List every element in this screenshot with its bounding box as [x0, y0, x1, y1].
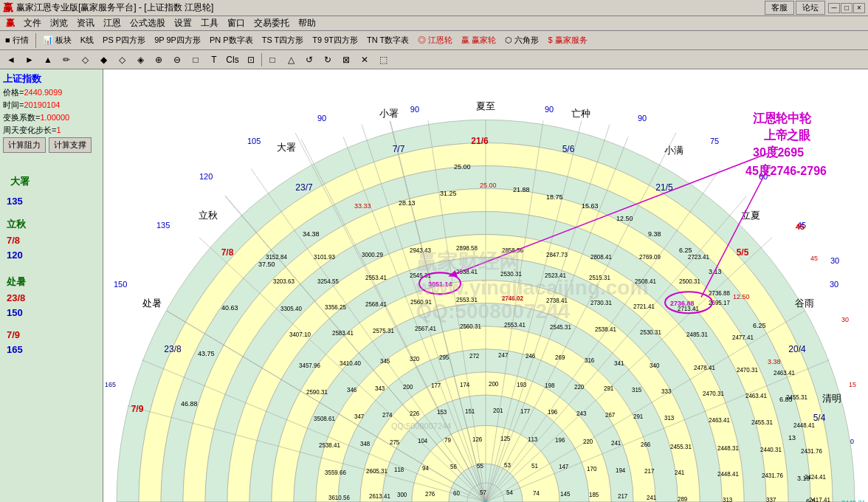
v-3000: 3000.29	[362, 252, 383, 258]
menu-tools[interactable]: 工具	[196, 16, 223, 31]
tool-select[interactable]: ⬚	[375, 52, 391, 68]
tool-diamond1[interactable]: ◇	[77, 52, 93, 68]
v-2736: 2736.88	[709, 290, 730, 297]
menu-trade[interactable]: 交易委托	[249, 16, 294, 31]
v-104: 104	[418, 438, 428, 444]
v-2478: 2478.41	[694, 365, 715, 371]
menu-file[interactable]: 文件	[19, 16, 46, 31]
gann-wheel-svg: 夏至 亡种 小满 立夏 谷雨 清明 春分 小署 大署 立秋 处暑 21/6	[103, 69, 868, 502]
tool-zoom-in[interactable]: ⊕	[151, 52, 167, 68]
v-347: 347	[354, 413, 365, 420]
v-2470b: 2470.31	[703, 391, 724, 397]
v-247: 247	[498, 352, 509, 359]
menu-window[interactable]: 窗口	[223, 16, 249, 31]
btn-tn-table[interactable]: TN T数字表	[363, 32, 413, 48]
forum-btn[interactable]: 论坛	[796, 1, 825, 15]
customer-service-btn[interactable]: 客服	[765, 1, 794, 15]
btn-hexagon[interactable]: ⬡ 六角形	[501, 32, 542, 48]
maximize-btn[interactable]: □	[841, 3, 852, 13]
menu-gann[interactable]: 江恩	[99, 16, 125, 31]
v-2463b: 2463.41	[745, 393, 767, 399]
btn-sector[interactable]: 📊 板块	[39, 32, 75, 48]
tool-x[interactable]: ✕	[356, 52, 373, 68]
deg-105-left: 105	[247, 137, 261, 145]
v-313: 313	[664, 415, 675, 422]
close-btn[interactable]: ×	[853, 3, 865, 13]
menu-browse[interactable]: 浏览	[46, 16, 72, 31]
btn-9p-square[interactable]: 9P 9P四方形	[151, 32, 204, 48]
btn-win-wheel[interactable]: 赢 赢家轮	[458, 32, 500, 48]
btn-kline[interactable]: K线	[77, 32, 97, 48]
v-3407: 3407.10	[289, 331, 311, 338]
v-241b: 241	[675, 470, 685, 476]
v-2477: 2477.41	[732, 334, 754, 341]
angle-120: 120	[7, 250, 100, 261]
tool-cls[interactable]: Cls	[224, 52, 241, 68]
tool-undo[interactable]: ↺	[301, 52, 317, 68]
v-315: 315	[632, 387, 642, 393]
v-3559: 3559.66	[325, 470, 346, 476]
anno-title3: 30度2695	[753, 145, 804, 159]
tool-diamond3[interactable]: ◇	[114, 52, 130, 68]
tool-square[interactable]: □	[264, 52, 280, 68]
v-246: 246	[526, 353, 536, 360]
app-icon: 赢	[3, 1, 13, 15]
val-2746-circle: 2736.88	[670, 300, 695, 307]
tool-up[interactable]: ▲	[40, 52, 56, 68]
v-2470: 2470.31	[737, 367, 758, 374]
deg-75-right: 75	[710, 137, 719, 145]
arc-13: 13	[788, 434, 796, 441]
menu-help[interactable]: 帮助	[294, 16, 320, 31]
minimize-btn[interactable]: ─	[828, 3, 840, 13]
menu-info[interactable]: 资讯	[72, 16, 99, 31]
calc-support-btn[interactable]: 计算支撑	[49, 137, 92, 153]
v-2605: 2605.31	[366, 468, 388, 475]
toolbar: ■ 行情 📊 板块 K线 PS P四方形 9P 9P四方形 PN P数字表 TS…	[0, 31, 868, 50]
anno-title1: 江恩轮中轮	[753, 111, 812, 125]
tool-redo[interactable]: ↻	[320, 52, 336, 68]
arc-6-25: 6.25	[753, 322, 766, 329]
date-5-6: 5/6	[562, 144, 575, 154]
calc-resistance-btn[interactable]: 计算阻力	[3, 137, 46, 153]
v-200b: 200	[489, 381, 499, 388]
label-chushu-chart: 处暑	[142, 298, 162, 309]
v-266: 266	[641, 441, 651, 448]
tool-triangle[interactable]: △	[283, 52, 299, 68]
tool-pen[interactable]: ✏	[58, 52, 75, 68]
tool-next[interactable]: ►	[21, 52, 38, 68]
v-2455b: 2455.31	[751, 419, 773, 426]
arc-46: 46.88	[181, 399, 198, 407]
tool-prev[interactable]: ◄	[3, 52, 19, 68]
tool-diamond2[interactable]: ◆	[95, 52, 111, 68]
v-226: 226	[410, 410, 420, 417]
btn-t9-square[interactable]: T9 9T四方形	[309, 32, 362, 48]
tool-rect[interactable]: □	[187, 52, 204, 68]
tool-zoom-out[interactable]: ⊖	[169, 52, 185, 68]
menu-settings[interactable]: 设置	[170, 16, 196, 31]
date-5-4: 5/4	[813, 413, 826, 423]
btn-ps-square[interactable]: PS P四方形	[99, 32, 149, 48]
btn-quotes[interactable]: ■ 行情	[1, 32, 32, 48]
tool-text[interactable]: T	[206, 52, 222, 68]
menu-formula[interactable]: 公式选股	[125, 16, 170, 31]
btn-gann-wheel[interactable]: ◎ 江恩轮	[414, 32, 456, 48]
label-dashu: 大署	[10, 175, 100, 188]
v-2523: 2523.41	[545, 272, 566, 278]
menu-win[interactable]: 赢	[1, 16, 19, 31]
v-291: 291	[633, 413, 644, 420]
v-2613: 2613.41	[369, 493, 390, 500]
v-2448c: 2448.41	[717, 471, 739, 478]
v-2898: 2898.58	[456, 245, 478, 252]
v-201: 201	[493, 408, 503, 414]
btn-win-service[interactable]: $ 赢家服务	[544, 32, 590, 48]
btn-ts-square[interactable]: TS T四方形	[258, 32, 308, 48]
tool-cross[interactable]: ⊠	[338, 52, 354, 68]
btn-pn-table[interactable]: PN P数字表	[206, 32, 257, 48]
tool-grid[interactable]: ⊡	[243, 52, 259, 68]
v-346: 346	[347, 387, 357, 393]
tool-crosshair[interactable]: ◈	[132, 52, 148, 68]
v-200: 200	[403, 384, 413, 391]
v-2590: 2590.31	[306, 389, 328, 396]
angle-135: 135	[7, 196, 100, 207]
v-2847: 2847.73	[546, 252, 568, 258]
